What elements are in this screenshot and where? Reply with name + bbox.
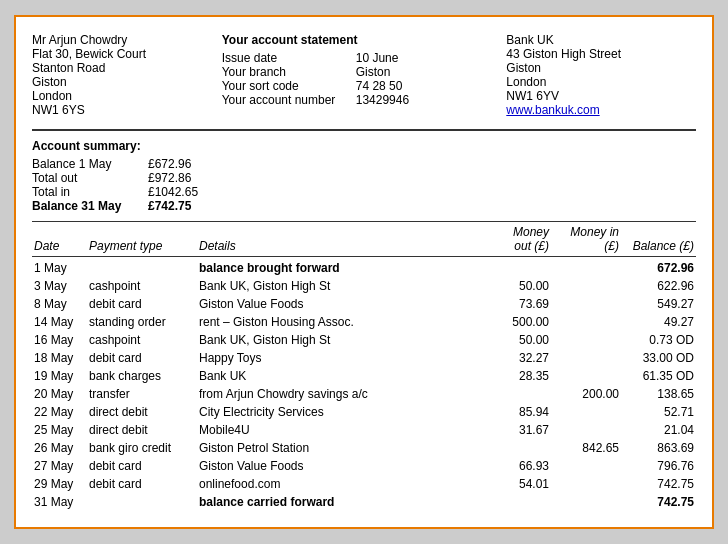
cell-balance: 796.76 bbox=[621, 457, 696, 475]
statement-title: Your account statement bbox=[222, 33, 507, 47]
address-line5: NW1 6YS bbox=[32, 103, 222, 117]
summary-rows: Balance 1 May£672.96Total out£972.86Tota… bbox=[32, 157, 696, 213]
table-row: 1 Maybalance brought forward672.96 bbox=[32, 257, 696, 278]
cell-date: 22 May bbox=[32, 403, 87, 421]
table-header-row: Date Payment type Details Moneyout (£) M… bbox=[32, 222, 696, 257]
branch-value: Giston bbox=[356, 65, 391, 79]
cell-out: 50.00 bbox=[481, 277, 551, 295]
branch-label: Your branch bbox=[222, 65, 352, 79]
cell-in bbox=[551, 421, 621, 439]
cell-out: 28.35 bbox=[481, 367, 551, 385]
header-section: Mr Arjun Chowdry Flat 30, Bewick Court S… bbox=[32, 33, 696, 117]
cell-date: 18 May bbox=[32, 349, 87, 367]
cell-type: cashpoint bbox=[87, 277, 197, 295]
cell-date: 16 May bbox=[32, 331, 87, 349]
cell-date: 3 May bbox=[32, 277, 87, 295]
summary-value: £1042.65 bbox=[148, 185, 198, 199]
cell-date: 25 May bbox=[32, 421, 87, 439]
table-row: 16 MaycashpointBank UK, Giston High St50… bbox=[32, 331, 696, 349]
table-row: 26 Maybank giro creditGiston Petrol Stat… bbox=[32, 439, 696, 457]
summary-value: £742.75 bbox=[148, 199, 191, 213]
bank-addr3: London bbox=[506, 75, 696, 89]
issue-date-value: 10 June bbox=[356, 51, 399, 65]
branch-row: Your branch Giston bbox=[222, 65, 507, 79]
summary-title: Account summary: bbox=[32, 139, 696, 153]
col-header-details: Details bbox=[197, 222, 481, 257]
bank-name: Bank UK bbox=[506, 33, 696, 47]
cell-details: City Electricity Services bbox=[197, 403, 481, 421]
cell-out: 66.93 bbox=[481, 457, 551, 475]
account-number-label: Your account number bbox=[222, 93, 352, 107]
cell-details: Happy Toys bbox=[197, 349, 481, 367]
cell-balance: 742.75 bbox=[621, 493, 696, 511]
cell-date: 29 May bbox=[32, 475, 87, 493]
cell-details: Bank UK, Giston High St bbox=[197, 331, 481, 349]
table-row: 31 Maybalance carried forward742.75 bbox=[32, 493, 696, 511]
cell-details: Bank UK, Giston High St bbox=[197, 277, 481, 295]
cell-in bbox=[551, 295, 621, 313]
cell-details: rent – Giston Housing Assoc. bbox=[197, 313, 481, 331]
col-header-balance: Balance (£) bbox=[621, 222, 696, 257]
col-header-in: Money in(£) bbox=[551, 222, 621, 257]
address-section: Mr Arjun Chowdry Flat 30, Bewick Court S… bbox=[32, 33, 222, 117]
cell-balance: 61.35 OD bbox=[621, 367, 696, 385]
cell-in bbox=[551, 493, 621, 511]
cell-details: Giston Value Foods bbox=[197, 457, 481, 475]
table-row: 27 Maydebit cardGiston Value Foods66.937… bbox=[32, 457, 696, 475]
cell-type: cashpoint bbox=[87, 331, 197, 349]
table-row: 18 Maydebit cardHappy Toys32.2733.00 OD bbox=[32, 349, 696, 367]
summary-value: £672.96 bbox=[148, 157, 191, 171]
cell-type: debit card bbox=[87, 457, 197, 475]
account-number-value: 13429946 bbox=[356, 93, 409, 107]
bank-website[interactable]: www.bankuk.com bbox=[506, 103, 599, 117]
account-summary: Account summary: Balance 1 May£672.96Tot… bbox=[32, 139, 696, 213]
cell-in bbox=[551, 349, 621, 367]
summary-row: Balance 1 May£672.96 bbox=[32, 157, 696, 171]
address-line3: Giston bbox=[32, 75, 222, 89]
sort-code-label: Your sort code bbox=[222, 79, 352, 93]
cell-details: Mobile4U bbox=[197, 421, 481, 439]
cell-in bbox=[551, 277, 621, 295]
cell-balance: 549.27 bbox=[621, 295, 696, 313]
cell-balance: 21.04 bbox=[621, 421, 696, 439]
cell-out bbox=[481, 385, 551, 403]
cell-details: Giston Petrol Station bbox=[197, 439, 481, 457]
col-header-out: Moneyout (£) bbox=[481, 222, 551, 257]
cell-balance: 52.71 bbox=[621, 403, 696, 421]
cell-balance: 49.27 bbox=[621, 313, 696, 331]
summary-row: Total out£972.86 bbox=[32, 171, 696, 185]
col-header-date: Date bbox=[32, 222, 87, 257]
cell-date: 14 May bbox=[32, 313, 87, 331]
cell-date: 31 May bbox=[32, 493, 87, 511]
bank-address-section: Bank UK 43 Giston High Street Giston Lon… bbox=[506, 33, 696, 117]
bank-addr4: NW1 6YV bbox=[506, 89, 696, 103]
table-row: 22 Maydirect debitCity Electricity Servi… bbox=[32, 403, 696, 421]
address-line2: Stanton Road bbox=[32, 61, 222, 75]
table-row: 14 Maystanding orderrent – Giston Housin… bbox=[32, 313, 696, 331]
cell-type: direct debit bbox=[87, 421, 197, 439]
transactions-table: Date Payment type Details Moneyout (£) M… bbox=[32, 221, 696, 511]
bank-addr2: Giston bbox=[506, 61, 696, 75]
cell-out bbox=[481, 257, 551, 278]
cell-date: 26 May bbox=[32, 439, 87, 457]
bank-addr1: 43 Giston High Street bbox=[506, 47, 696, 61]
cell-out bbox=[481, 493, 551, 511]
cell-balance: 672.96 bbox=[621, 257, 696, 278]
cell-balance: 0.73 OD bbox=[621, 331, 696, 349]
cell-out: 73.69 bbox=[481, 295, 551, 313]
cell-in bbox=[551, 475, 621, 493]
address-line4: London bbox=[32, 89, 222, 103]
table-row: 8 Maydebit cardGiston Value Foods73.6954… bbox=[32, 295, 696, 313]
cell-out: 31.67 bbox=[481, 421, 551, 439]
customer-name: Mr Arjun Chowdry bbox=[32, 33, 222, 47]
sort-code-value: 74 28 50 bbox=[356, 79, 403, 93]
cell-type bbox=[87, 493, 197, 511]
cell-type: direct debit bbox=[87, 403, 197, 421]
cell-balance: 33.00 OD bbox=[621, 349, 696, 367]
col-header-type: Payment type bbox=[87, 222, 197, 257]
cell-out: 54.01 bbox=[481, 475, 551, 493]
cell-balance: 622.96 bbox=[621, 277, 696, 295]
bank-statement: Mr Arjun Chowdry Flat 30, Bewick Court S… bbox=[14, 15, 714, 529]
cell-type: standing order bbox=[87, 313, 197, 331]
cell-details: balance brought forward bbox=[197, 257, 481, 278]
